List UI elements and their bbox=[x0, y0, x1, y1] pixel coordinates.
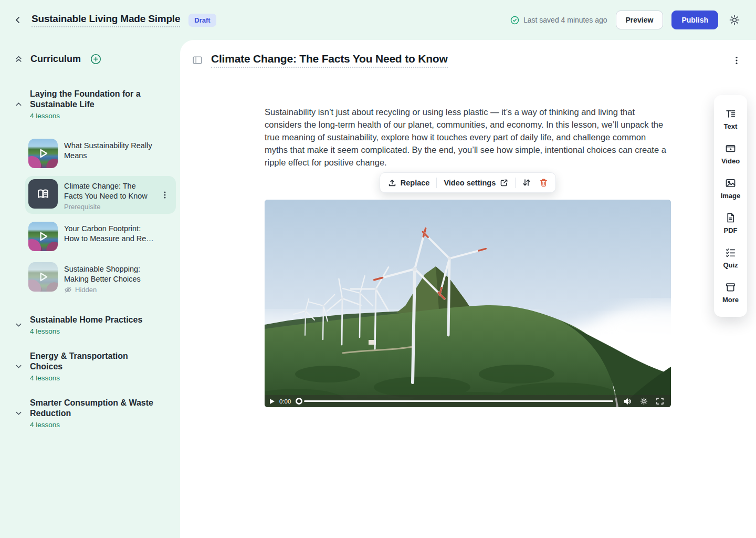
palette-text-button[interactable]: Text bbox=[714, 102, 747, 137]
reorder-button[interactable] bbox=[520, 177, 533, 188]
chevron-down-icon bbox=[15, 409, 23, 417]
pdf-icon bbox=[725, 212, 736, 223]
plus-circle-icon bbox=[90, 54, 101, 65]
palette-pdf-button[interactable]: PDF bbox=[714, 206, 747, 241]
panel-toggle-button[interactable] bbox=[191, 54, 204, 67]
palette-quiz-button[interactable]: Quiz bbox=[714, 241, 747, 275]
chevron-left-icon bbox=[14, 16, 22, 24]
course-title[interactable]: Sustainable Living Made Simple bbox=[32, 13, 180, 27]
curriculum-header: Curriculum bbox=[14, 51, 176, 67]
lesson-item[interactable]: What Sustainability Really Means bbox=[25, 136, 176, 171]
lesson-title-heading[interactable]: Climate Change: The Facts You Need to Kn… bbox=[211, 53, 448, 68]
preview-button[interactable]: Preview bbox=[616, 11, 664, 29]
reading-thumbnail bbox=[28, 179, 58, 209]
play-outline-icon bbox=[37, 147, 49, 160]
volume-button[interactable] bbox=[622, 398, 634, 405]
trash-icon bbox=[539, 178, 548, 187]
lesson-item-selected[interactable]: Climate Change: The Facts You Need to Kn… bbox=[25, 176, 176, 214]
topbar-actions: Last saved 4 minutes ago Preview Publish bbox=[510, 11, 742, 29]
check-circle-icon bbox=[510, 16, 519, 25]
video-thumbnail bbox=[28, 222, 58, 251]
block-palette: Text Video Image PDF Quiz More bbox=[714, 95, 747, 317]
section-title: Smarter Consumption & Waste Reduction bbox=[30, 398, 157, 419]
lesson-content: Sustainability isn’t just about recyclin… bbox=[265, 106, 671, 407]
section-titles: Laying the Foundation for a Sustainable … bbox=[30, 89, 157, 120]
lesson-title: Your Carbon Footprint: How to Measure an… bbox=[64, 224, 154, 244]
volume-icon bbox=[624, 398, 632, 405]
settings-button[interactable] bbox=[727, 12, 742, 28]
section-title: Energy & Transportation Choices bbox=[30, 351, 157, 372]
back-button[interactable] bbox=[12, 14, 24, 26]
curriculum-title: Curriculum bbox=[30, 54, 81, 65]
lesson-item-hidden[interactable]: Sustainable Shopping: Making Better Choi… bbox=[25, 259, 176, 297]
section-meta: 4 lessons bbox=[30, 112, 157, 120]
progress-track[interactable] bbox=[304, 400, 613, 402]
video-player[interactable]: 0:00 bbox=[265, 200, 671, 407]
publish-button[interactable]: Publish bbox=[671, 11, 718, 29]
section-expand-button[interactable] bbox=[14, 321, 23, 329]
video-block-toolbar: Replace Video settings bbox=[380, 172, 556, 193]
chevron-down-icon bbox=[15, 321, 23, 329]
palette-label: More bbox=[722, 296, 739, 304]
player-settings-icon bbox=[640, 397, 648, 405]
player-settings-button[interactable] bbox=[638, 397, 649, 405]
status-badge: Draft bbox=[188, 14, 216, 27]
section-meta: 4 lessons bbox=[30, 327, 142, 335]
lesson-badge: Hidden bbox=[75, 286, 97, 294]
kebab-vertical-icon bbox=[161, 191, 169, 199]
video-frame-windfarm bbox=[265, 200, 671, 407]
video-thumbnail bbox=[28, 139, 58, 168]
section-titles: Smarter Consumption & Waste Reduction 4 … bbox=[30, 398, 157, 429]
section-collapse-button[interactable] bbox=[14, 100, 23, 108]
lesson-item[interactable]: Your Carbon Footprint: How to Measure an… bbox=[25, 219, 176, 254]
double-chevron-up-icon bbox=[14, 55, 23, 64]
scrubber-handle[interactable] bbox=[296, 398, 302, 405]
video-thumbnail bbox=[28, 262, 58, 292]
section-expand-button[interactable] bbox=[14, 363, 23, 370]
lesson-hidden-row: Hidden bbox=[64, 286, 173, 294]
palette-video-button[interactable]: Video bbox=[714, 137, 747, 171]
chevron-up-icon bbox=[15, 100, 23, 108]
lesson-title: Sustainable Shopping: Making Better Choi… bbox=[64, 264, 154, 284]
section-expand-button[interactable] bbox=[14, 409, 23, 417]
image-icon bbox=[725, 178, 736, 189]
video-icon bbox=[725, 143, 736, 154]
add-section-button[interactable] bbox=[88, 51, 103, 67]
section-meta: 4 lessons bbox=[30, 421, 157, 429]
lesson-body: Climate Change: The Facts You Need to Kn… bbox=[64, 179, 173, 211]
lesson-header: Climate Change: The Facts You Need to Kn… bbox=[180, 40, 756, 68]
fullscreen-icon bbox=[656, 397, 664, 405]
chevron-down-icon bbox=[15, 363, 23, 370]
replace-label: Replace bbox=[401, 179, 430, 187]
lesson-body: Sustainable Shopping: Making Better Choi… bbox=[64, 262, 173, 294]
curriculum-section: Smarter Consumption & Waste Reduction 4 … bbox=[14, 398, 176, 429]
panel-toggle-icon bbox=[193, 56, 202, 65]
palette-image-button[interactable]: Image bbox=[714, 171, 747, 206]
lesson-options-button[interactable] bbox=[731, 54, 742, 67]
palette-label: Quiz bbox=[723, 261, 738, 269]
eye-off-icon bbox=[64, 286, 72, 294]
curriculum-section: Laying the Foundation for a Sustainable … bbox=[14, 89, 176, 120]
replace-button[interactable]: Replace bbox=[386, 178, 432, 188]
section-title: Laying the Foundation for a Sustainable … bbox=[30, 89, 157, 110]
toolbar-divider bbox=[436, 178, 437, 188]
collapse-all-button[interactable] bbox=[14, 55, 23, 64]
save-status-text: Last saved 4 minutes ago bbox=[523, 16, 607, 24]
curriculum-section: Sustainable Home Practices 4 lessons bbox=[14, 315, 176, 335]
video-settings-button[interactable]: Video settings bbox=[442, 178, 510, 188]
sort-arrows-icon bbox=[522, 178, 531, 187]
lesson-paragraph[interactable]: Sustainability isn’t just about recyclin… bbox=[265, 106, 671, 169]
lesson-title: What Sustainability Really Means bbox=[64, 141, 154, 161]
video-timestamp: 0:00 bbox=[279, 398, 291, 405]
quiz-icon bbox=[725, 247, 736, 258]
delete-block-button[interactable] bbox=[538, 177, 550, 188]
external-link-icon bbox=[500, 179, 508, 187]
play-outline-icon bbox=[37, 230, 49, 243]
lesson-menu-button[interactable] bbox=[159, 189, 171, 201]
fullscreen-button[interactable] bbox=[654, 397, 666, 405]
play-button[interactable] bbox=[270, 399, 275, 404]
gear-icon bbox=[729, 14, 740, 26]
video-settings-label: Video settings bbox=[444, 179, 496, 187]
lesson-body: What Sustainability Really Means bbox=[64, 139, 173, 161]
palette-more-button[interactable]: More bbox=[714, 275, 747, 310]
